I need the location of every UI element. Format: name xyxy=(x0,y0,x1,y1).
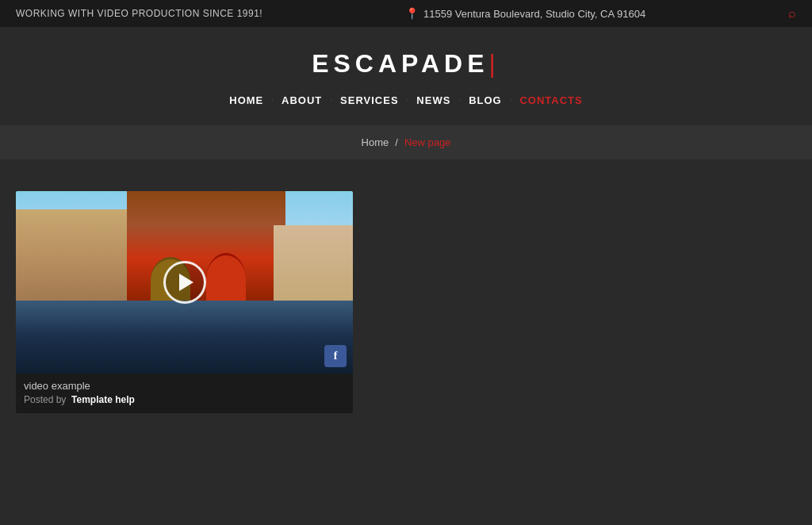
video-title: video example xyxy=(24,380,345,392)
nav-dot-1: · xyxy=(268,96,277,105)
nav-dot-4: · xyxy=(455,96,464,105)
address-text: 11559 Ventura Boulevard, Studio City, CA… xyxy=(423,8,645,20)
building-right xyxy=(274,225,353,305)
video-posted: Posted by Template help xyxy=(24,394,345,405)
video-card[interactable]: f video example Posted by Template help xyxy=(16,191,353,413)
logo-area: ESCAPADE| xyxy=(0,27,812,94)
tagline: WORKING WITH VIDEO PRODUCTION SINCE 1991… xyxy=(16,8,262,19)
video-author[interactable]: Template help xyxy=(71,394,135,405)
nav-news[interactable]: NEWS xyxy=(412,94,455,106)
nav-dot-5: · xyxy=(507,96,515,105)
play-button[interactable] xyxy=(163,261,206,304)
logo-text: ESCAPADE xyxy=(312,49,488,78)
nav-home[interactable]: HOME xyxy=(224,94,268,106)
search-icon[interactable]: ⌕ xyxy=(788,6,796,21)
breadcrumb-current: New page xyxy=(404,136,451,148)
breadcrumb: Home / New page xyxy=(0,125,812,159)
address-block: 📍 11559 Ventura Boulevard, Studio City, … xyxy=(405,7,645,20)
posted-by-label: Posted by xyxy=(24,394,66,405)
navigation: HOME · ABOUT · SERVICES · NEWS · BLOG · … xyxy=(0,94,812,125)
top-bar: WORKING WITH VIDEO PRODUCTION SINCE 1991… xyxy=(0,0,812,27)
logo[interactable]: ESCAPADE| xyxy=(312,49,500,79)
video-thumbnail[interactable]: f xyxy=(16,191,353,374)
breadcrumb-home[interactable]: Home xyxy=(362,136,389,148)
nav-blog[interactable]: BLOG xyxy=(464,94,507,106)
main-content: f video example Posted by Template help xyxy=(0,159,812,477)
nav-contacts[interactable]: CONTACTS xyxy=(515,94,587,106)
nav-dot-3: · xyxy=(404,96,412,105)
play-triangle-icon xyxy=(179,274,193,291)
nav-about[interactable]: ABOUT xyxy=(277,94,327,106)
location-icon: 📍 xyxy=(405,7,419,20)
building-center xyxy=(127,191,285,305)
logo-bracket: | xyxy=(489,49,500,78)
video-info: video example Posted by Template help xyxy=(16,374,353,413)
building-left xyxy=(16,209,143,305)
nav-dot-2: · xyxy=(327,96,335,105)
nav-services[interactable]: SERVICES xyxy=(335,94,404,106)
breadcrumb-separator: / xyxy=(395,136,398,148)
water xyxy=(16,301,353,374)
arch-right xyxy=(206,253,246,305)
facebook-icon[interactable]: f xyxy=(324,345,347,367)
